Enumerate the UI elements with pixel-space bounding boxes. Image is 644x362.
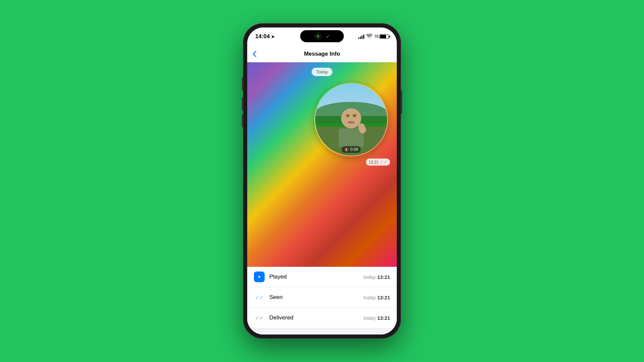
seen-time-value: 13:21 (377, 295, 390, 300)
battery-percent: 76 (374, 34, 379, 39)
read-receipt-icon: ✓✓ (380, 160, 387, 165)
mute-icon: 🔇 (344, 147, 349, 152)
status-time: 14:04 ➤ (255, 33, 275, 40)
message-time-bubble: 13:21 ✓✓ (366, 159, 390, 166)
content-area: Today (247, 62, 397, 335)
nav-title: Message Info (304, 51, 340, 57)
seen-time: today 13:21 (364, 295, 390, 300)
seen-row: ✓✓ Seen today 13:21 (247, 287, 397, 308)
video-message-container: 🔇 0:08 13:21 ✓✓ (253, 83, 391, 166)
played-label: Played (269, 274, 359, 280)
status-icons: 76 (358, 34, 389, 40)
played-time-prefix: today (364, 274, 376, 280)
phone-device: 14:04 ➤ ✓ (243, 23, 401, 339)
message-time: 13:21 (369, 160, 379, 165)
wifi-icon (366, 34, 372, 40)
message-meta: 13:21 ✓✓ (366, 159, 390, 166)
bottom-safe-area (247, 328, 397, 335)
played-row: Played today 13:21 (247, 267, 397, 287)
person-body (339, 128, 364, 147)
video-duration: 0:08 (350, 147, 358, 152)
navigation-bar: Message Info (247, 46, 397, 62)
video-overlay: 🔇 0:08 (341, 146, 361, 153)
phone-screen: 14:04 ➤ ✓ (247, 27, 397, 335)
delivered-time-prefix: today (364, 315, 376, 321)
signal-icon (358, 34, 364, 39)
seen-icon: ✓✓ (254, 292, 265, 303)
chat-background: Today (247, 62, 397, 267)
camera-dot (314, 33, 322, 40)
delivered-icon: ✓✓ (254, 312, 265, 323)
info-section: Played today 13:21 ✓✓ Seen today (247, 267, 397, 328)
video-bubble[interactable]: 🔇 0:08 (314, 83, 388, 157)
time-display: 14:04 (255, 33, 270, 40)
played-time-value: 13:21 (377, 274, 390, 280)
location-icon: ➤ (271, 34, 275, 39)
delivered-label: Delivered (269, 314, 359, 321)
delivered-time-value: 13:21 (377, 315, 390, 321)
battery-icon (379, 34, 389, 39)
info-list: Played today 13:21 ✓✓ Seen today (247, 267, 397, 335)
played-icon (254, 272, 265, 282)
delivered-time: today 13:21 (364, 315, 390, 321)
played-time: today 13:21 (364, 274, 390, 280)
activity-check-icon: ✓ (326, 33, 330, 40)
delivered-row: ✓✓ Delivered today 13:21 (247, 308, 397, 328)
dynamic-island: ✓ (300, 30, 344, 42)
seen-time-prefix: today (364, 295, 376, 300)
status-bar: 14:04 ➤ ✓ (247, 27, 397, 46)
back-button[interactable] (253, 51, 257, 57)
date-pill: Today (312, 68, 333, 76)
battery-indicator: 76 (374, 34, 389, 39)
seen-label: Seen (269, 294, 359, 301)
video-thumbnail (315, 84, 387, 156)
